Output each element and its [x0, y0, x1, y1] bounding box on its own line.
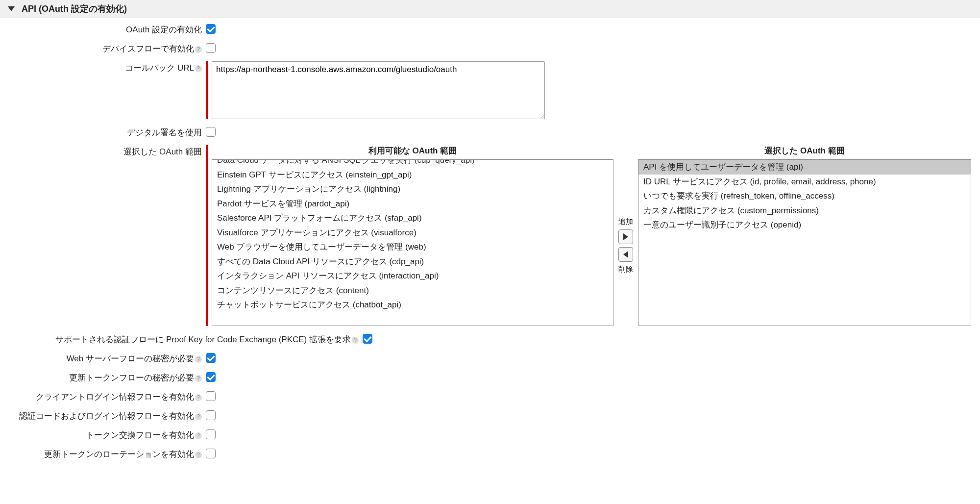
checkbox-client-creds[interactable]	[206, 391, 216, 401]
row-pkce: サポートされる認証フローに Proof Key for Code Exchang…	[0, 333, 980, 345]
remove-label: 削除	[618, 265, 633, 274]
list-item[interactable]: Lightning アプリケーションにアクセス (lightning)	[212, 182, 613, 197]
list-item[interactable]: すべての Data Cloud API リソースにアクセス (cdp_api)	[212, 254, 613, 269]
help-icon[interactable]: ?	[195, 394, 202, 401]
row-client-creds: クライアントログイン情報フローを有効化?	[0, 390, 980, 403]
label-auth-code: 認証コードおよびログイン情報フローを有効化	[19, 411, 194, 421]
row-scopes: 選択した OAuth 範囲 利用可能な OAuth 範囲 Data Cloud …	[0, 145, 980, 326]
label-token-rotation: 更新トークンのローテーションを有効化	[44, 450, 194, 459]
list-item[interactable]: Data Cloud データに対する ANSI SQL クエリを実行 (cdp_…	[212, 159, 613, 168]
list-item[interactable]: チャットボットサービスにアクセス (chatbot_api)	[212, 298, 613, 312]
row-digital-sig: デジタル署名を使用	[0, 126, 980, 138]
remove-scope-button[interactable]	[618, 247, 633, 262]
help-icon[interactable]: ?	[195, 432, 202, 439]
help-icon[interactable]: ?	[195, 46, 202, 53]
row-callback-url: コールバック URL?	[0, 61, 980, 119]
checkbox-token-rotation[interactable]	[206, 449, 216, 458]
arrow-right-icon	[623, 233, 628, 240]
label-pkce: サポートされる認証フローに Proof Key for Code Exchang…	[55, 335, 351, 344]
list-item[interactable]: いつでも要求を実行 (refresh_token, offline_access…	[638, 189, 971, 203]
list-item[interactable]: API を使用してユーザーデータを管理 (api)	[638, 160, 971, 175]
list-item[interactable]: Einstein GPT サービスにアクセス (einstein_gpt_api…	[212, 168, 613, 182]
label-device-flow: デバイスフローで有効化	[102, 44, 194, 53]
available-scopes-listbox[interactable]: Data Cloud データに対する ANSI SQL クエリを実行 (cdp_…	[212, 159, 613, 326]
add-label: 追加	[618, 217, 633, 227]
available-scopes-header: 利用可能な OAuth 範囲	[212, 145, 613, 159]
required-indicator	[206, 61, 208, 119]
checkbox-refresh-secret[interactable]	[206, 372, 216, 382]
list-item[interactable]: 一意のユーザー識別子にアクセス (openid)	[638, 218, 971, 232]
label-client-creds: クライアントログイン情報フローを有効化	[36, 392, 194, 402]
list-item[interactable]: インタラクション API リソースにアクセス (interaction_api)	[212, 269, 613, 283]
list-item[interactable]: カスタム権限にアクセス (custom_permissions)	[638, 203, 971, 218]
label-callback-url: コールバック URL	[125, 63, 194, 73]
label-token-exchange: トークン交換フローを有効化	[86, 430, 194, 440]
label-refresh-secret: 更新トークンフローの秘密が必要	[69, 373, 194, 382]
list-item[interactable]: Visualforce アプリケーションにアクセス (visualforce)	[212, 226, 613, 240]
checkbox-token-exchange[interactable]	[206, 429, 216, 439]
row-token-rotation: 更新トークンのローテーションを有効化?	[0, 448, 980, 460]
checkbox-enable-oauth[interactable]	[206, 24, 216, 34]
checkbox-web-secret[interactable]	[206, 353, 216, 363]
list-item[interactable]: Web ブラウザーを使用してユーザーデータを管理 (web)	[212, 240, 613, 254]
list-item[interactable]: Salesforce API プラットフォームにアクセス (sfap_api)	[212, 211, 613, 226]
row-auth-code: 認証コードおよびログイン情報フローを有効化?	[0, 409, 980, 422]
add-scope-button[interactable]	[618, 229, 633, 244]
label-scopes: 選択した OAuth 範囲	[0, 145, 206, 157]
form-body: OAuth 設定の有効化 デバイスフローで有効化? コールバック URL? デジ…	[0, 18, 980, 477]
row-web-secret: Web サーバーフローの秘密が必要?	[0, 352, 980, 364]
callback-url-input[interactable]	[212, 61, 545, 119]
selected-scopes-listbox[interactable]: API を使用してユーザーデータを管理 (api)ID URL サービスにアクセ…	[638, 159, 971, 326]
label-enable-oauth: OAuth 設定の有効化	[0, 23, 206, 35]
dual-listbox: 利用可能な OAuth 範囲 Data Cloud データに対する ANSI S…	[212, 145, 971, 326]
row-token-exchange: トークン交換フローを有効化?	[0, 428, 980, 441]
list-item[interactable]: Pardot サービスを管理 (pardot_api)	[212, 197, 613, 211]
required-indicator	[206, 145, 208, 326]
list-item[interactable]: ID URL サービスにアクセス (id, profile, email, ad…	[638, 175, 971, 189]
help-icon[interactable]: ?	[195, 375, 202, 382]
help-icon[interactable]: ?	[195, 452, 202, 458]
help-icon[interactable]: ?	[195, 413, 202, 420]
help-icon[interactable]: ?	[195, 65, 202, 72]
checkbox-pkce[interactable]	[363, 334, 372, 344]
list-item[interactable]: コンテンツリソースにアクセス (content)	[212, 283, 613, 298]
row-device-flow: デバイスフローで有効化?	[0, 42, 980, 54]
checkbox-device-flow[interactable]	[206, 43, 216, 53]
disclosure-arrow-icon[interactable]	[8, 6, 15, 11]
selected-scopes-header: 選択した OAuth 範囲	[638, 145, 971, 159]
arrow-left-icon	[623, 251, 628, 258]
section-title: API (OAuth 設定の有効化)	[22, 3, 127, 15]
label-digital-sig: デジタル署名を使用	[0, 126, 206, 138]
help-icon[interactable]: ?	[195, 356, 202, 363]
help-icon[interactable]: ?	[352, 337, 359, 344]
row-enable-oauth: OAuth 設定の有効化	[0, 23, 980, 35]
row-refresh-secret: 更新トークンフローの秘密が必要?	[0, 371, 980, 383]
checkbox-digital-sig[interactable]	[206, 127, 216, 137]
label-web-secret: Web サーバーフローの秘密が必要	[67, 354, 194, 363]
section-header[interactable]: API (OAuth 設定の有効化)	[0, 0, 980, 18]
checkbox-auth-code[interactable]	[206, 410, 216, 420]
